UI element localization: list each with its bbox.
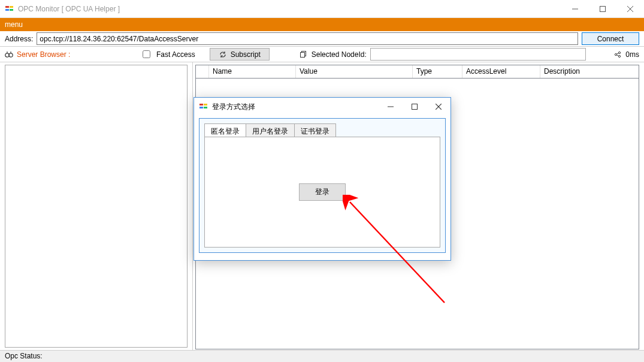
svg-rect-21: [204, 104, 207, 105]
status-bar: Opc Status:: [0, 350, 644, 362]
svg-rect-2: [10, 6, 13, 8]
binoculars-icon: [5, 50, 13, 59]
window-close-button[interactable]: [616, 0, 644, 18]
menu-item[interactable]: menu: [5, 20, 23, 29]
svg-line-18: [617, 53, 619, 54]
table-header-row: Name Value Type AccessLevel Description: [195, 65, 639, 79]
svg-rect-6: [600, 6, 606, 11]
share-icon: [613, 50, 622, 59]
connect-button[interactable]: Connect: [582, 32, 639, 45]
svg-line-19: [617, 55, 619, 56]
svg-rect-20: [199, 104, 203, 105]
status-label: Opc Status:: [5, 352, 43, 360]
dialog-app-icon: [199, 102, 208, 111]
window-minimize-button[interactable]: [561, 0, 589, 18]
fast-access-label: Fast Access: [156, 50, 195, 59]
fast-access-checkbox[interactable]: Fast Access: [143, 50, 195, 59]
svg-rect-3: [5, 9, 9, 11]
window-titlebar: OPC Monitor [ OPC UA Helper ]: [0, 0, 644, 18]
left-panel: [0, 62, 193, 352]
svg-rect-4: [10, 9, 13, 11]
table-header-description[interactable]: Description: [540, 65, 639, 78]
server-tree[interactable]: [5, 65, 188, 348]
address-input[interactable]: [37, 32, 578, 45]
dialog-minimize-button[interactable]: [379, 98, 403, 116]
svg-rect-14: [300, 52, 304, 57]
window-title: OPC Monitor [ OPC UA Helper ]: [18, 5, 120, 13]
address-label: Address:: [5, 35, 33, 43]
svg-rect-1: [5, 6, 9, 8]
table-header-name[interactable]: Name: [209, 65, 296, 78]
tab-content: 登录: [204, 137, 440, 248]
dialog-titlebar[interactable]: 登录方式选择: [194, 98, 451, 116]
app-icon: [5, 4, 14, 14]
svg-rect-23: [204, 107, 207, 108]
table-header-selector[interactable]: [196, 65, 209, 78]
menubar: menu: [0, 18, 644, 31]
window-maximize-button[interactable]: [589, 0, 616, 18]
table-header-accesslevel[interactable]: AccessLevel: [462, 65, 540, 78]
toolbar: Server Browser : Fast Access Subscript S…: [0, 47, 644, 62]
table-header-value[interactable]: Value: [296, 65, 413, 78]
svg-point-17: [619, 55, 621, 57]
selected-nodeid-input[interactable]: [370, 48, 586, 61]
table-header-type[interactable]: Type: [413, 65, 462, 78]
dialog-close-button[interactable]: [427, 98, 451, 116]
copy-icon: [300, 50, 308, 59]
svg-point-16: [619, 52, 621, 53]
login-dialog: 登录方式选择 匿名登录 用户名登录 证书登录 登录: [193, 97, 451, 261]
login-button[interactable]: 登录: [299, 183, 346, 201]
svg-rect-22: [199, 107, 203, 108]
subscript-button[interactable]: Subscript: [210, 48, 270, 61]
address-bar: Address: Connect: [0, 31, 644, 47]
dialog-maximize-button[interactable]: [403, 98, 427, 116]
selected-nodeid-label: Selected NodeId:: [312, 50, 367, 59]
server-browser-label: Server Browser :: [17, 50, 70, 59]
latency-label: 0ms: [625, 50, 639, 59]
svg-rect-25: [412, 104, 418, 110]
dialog-title: 登录方式选择: [212, 102, 255, 112]
subscript-label: Subscript: [231, 50, 261, 59]
refresh-icon: [219, 50, 227, 59]
dialog-body: 匿名登录 用户名登录 证书登录 登录: [199, 118, 446, 253]
